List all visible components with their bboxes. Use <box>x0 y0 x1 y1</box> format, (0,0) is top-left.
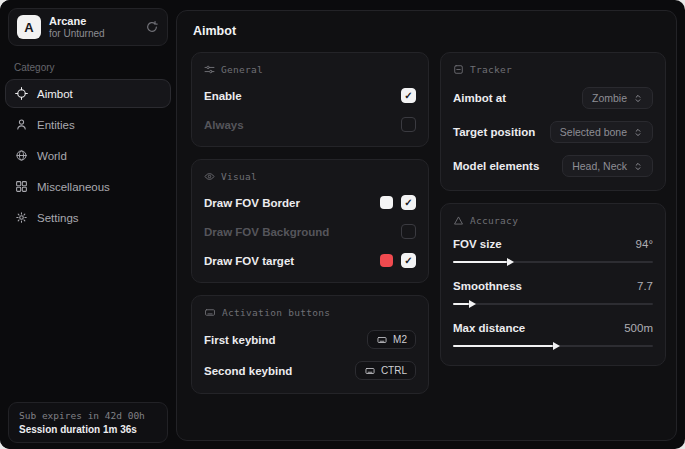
setting-row-fov-border: Draw FOV Border <box>204 194 416 211</box>
card-title: Visual <box>221 171 257 182</box>
setting-row-smoothness: Smoothness 7.7 <box>453 280 653 308</box>
first-keybind-button[interactable]: M2 <box>367 330 416 349</box>
right-column: Tracker Aimbot at Zombie <box>440 52 666 366</box>
main-panel: Aimbot General Enable <box>176 10 677 441</box>
app-name: Arcane <box>49 15 105 28</box>
app-subtitle: for Unturned <box>49 28 105 40</box>
visual-card: Visual Draw FOV Border Draw FOV Backgrou… <box>191 159 429 283</box>
second-keybind-button[interactable]: CTRL <box>355 361 416 380</box>
setting-label: Always <box>204 119 244 131</box>
refresh-icon[interactable] <box>145 20 159 34</box>
fov-background-checkbox[interactable] <box>401 224 416 239</box>
setting-label: Aimbot at <box>453 92 506 104</box>
setting-row-fov-size: FOV size 94° <box>453 238 653 266</box>
max-distance-value: 500m <box>624 322 653 334</box>
fov-target-checkbox[interactable] <box>401 253 416 268</box>
model-elements-select[interactable]: Head, Neck <box>562 155 653 177</box>
card-title: Tracker <box>470 64 512 75</box>
keyboard-icon <box>376 335 388 345</box>
target-color-swatch[interactable] <box>380 254 393 267</box>
smoothness-value: 7.7 <box>637 280 653 292</box>
fov-border-checkbox[interactable] <box>401 195 416 210</box>
general-card: General Enable Always <box>191 52 429 147</box>
slider-track <box>453 303 653 305</box>
session-duration-text: Session duration 1m 36s <box>19 424 157 435</box>
target-position-select[interactable]: Selected bone <box>550 121 653 143</box>
sidebar-item-label: Miscellaneous <box>37 181 110 193</box>
app-window: A Arcane for Unturned Category Aimbo <box>0 0 685 449</box>
sidebar-item-label: Aimbot <box>37 88 73 100</box>
page-title: Aimbot <box>193 24 666 38</box>
setting-row-fov-target: Draw FOV target <box>204 252 416 269</box>
accuracy-card-header: Accuracy <box>453 215 653 226</box>
setting-row-enable: Enable <box>204 87 416 104</box>
sub-expires-text: Sub expires in 42d 00h <box>19 410 157 421</box>
keybind-value: CTRL <box>381 365 407 376</box>
border-color-swatch[interactable] <box>380 196 393 209</box>
setting-label: Draw FOV Background <box>204 226 329 238</box>
slider-thumb[interactable] <box>453 261 507 263</box>
sidebar-item-entities[interactable]: Entities <box>5 110 171 139</box>
card-title: Accuracy <box>470 215 518 226</box>
person-icon <box>15 118 28 131</box>
sidebar-item-label: Settings <box>37 212 79 224</box>
setting-label: Second keybind <box>204 365 292 377</box>
left-column: General Enable Always <box>191 52 429 394</box>
sidebar-item-world[interactable]: World <box>5 141 171 170</box>
fov-size-slider[interactable] <box>453 258 653 266</box>
grid-icon <box>15 180 28 193</box>
setting-label: Smoothness <box>453 280 522 292</box>
setting-row-aimbot-at: Aimbot at Zombie <box>453 87 653 109</box>
setting-label: Enable <box>204 90 242 102</box>
aimbot-at-select[interactable]: Zombie <box>582 87 653 109</box>
chevrons-up-down-icon <box>633 127 643 138</box>
setting-label: Target position <box>453 126 535 138</box>
sidebar-item-label: World <box>37 150 67 162</box>
setting-row-target-position: Target position Selected bone <box>453 121 653 143</box>
max-distance-slider[interactable] <box>453 342 653 350</box>
setting-row-first-keybind: First keybind M2 <box>204 330 416 349</box>
triangle-icon <box>453 215 464 226</box>
visual-card-header: Visual <box>204 171 416 182</box>
globe-icon <box>15 149 28 162</box>
minus-square-icon <box>453 64 464 75</box>
app-logo: A <box>17 15 41 39</box>
general-card-header: General <box>204 64 416 75</box>
sidebar-item-label: Entities <box>37 119 75 131</box>
keyboard-icon <box>364 366 376 376</box>
category-label: Category <box>14 62 176 73</box>
sidebar-item-aimbot[interactable]: Aimbot <box>5 79 171 108</box>
app-title-block: Arcane for Unturned <box>49 15 105 40</box>
always-checkbox[interactable] <box>401 117 416 132</box>
setting-label: FOV size <box>453 238 502 250</box>
keyboard-icon <box>204 307 216 318</box>
setting-label: Draw FOV Border <box>204 197 300 209</box>
select-value: Zombie <box>592 92 627 104</box>
enable-checkbox[interactable] <box>401 88 416 103</box>
smoothness-slider[interactable] <box>453 300 653 308</box>
setting-label: Draw FOV target <box>204 255 294 267</box>
activation-card: Activation buttons First keybind M2 <box>191 295 429 394</box>
sidebar-item-settings[interactable]: Settings <box>5 203 171 232</box>
card-title: General <box>221 64 263 75</box>
tracker-card: Tracker Aimbot at Zombie <box>440 52 666 191</box>
slider-thumb[interactable] <box>453 303 469 305</box>
tracker-card-header: Tracker <box>453 64 653 75</box>
setting-label: First keybind <box>204 334 276 346</box>
app-header: A Arcane for Unturned <box>8 8 168 46</box>
card-title: Activation buttons <box>222 307 330 318</box>
select-value: Selected bone <box>560 126 627 138</box>
activation-card-header: Activation buttons <box>204 307 416 318</box>
sidebar-item-miscellaneous[interactable]: Miscellaneous <box>5 172 171 201</box>
setting-label: Model elements <box>453 160 539 172</box>
gear-icon <box>15 211 28 224</box>
setting-row-fov-background: Draw FOV Background <box>204 223 416 240</box>
fov-size-value: 94° <box>636 238 653 250</box>
eye-icon <box>204 171 215 182</box>
slider-thumb[interactable] <box>453 345 553 347</box>
chevrons-up-down-icon <box>633 161 643 172</box>
setting-label: Max distance <box>453 322 525 334</box>
crosshair-icon <box>15 87 28 100</box>
subscription-info: Sub expires in 42d 00h Session duration … <box>8 402 168 443</box>
select-value: Head, Neck <box>572 160 627 172</box>
